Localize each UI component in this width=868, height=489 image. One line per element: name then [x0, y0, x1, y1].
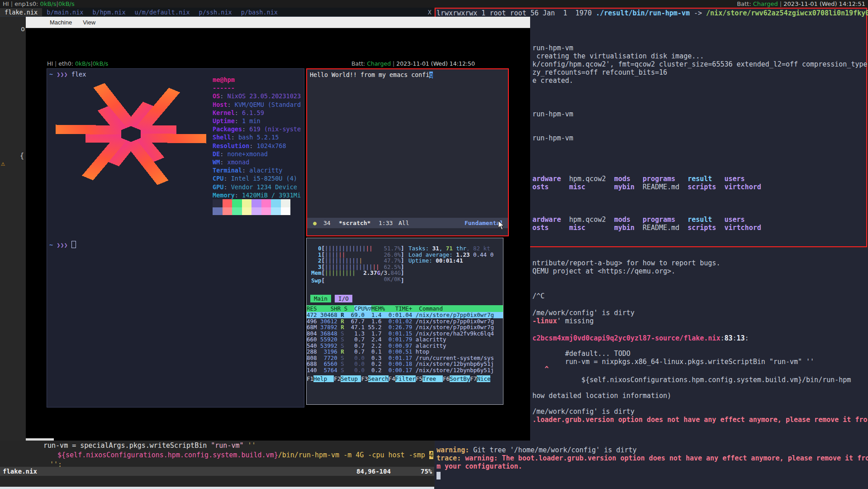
htop-process-row[interactable]: 804 36848 S 1.3 1.7 0:01.15 /nix/store/h… [307, 331, 503, 337]
htop-screen-tabs: MainI/O [310, 295, 356, 302]
host-status-bar: HI | enp1s0: 0kB/s|0kB/s Batt: Charged |… [0, 0, 868, 8]
tab-hpm-nix[interactable]: b/hpm.nix [88, 8, 130, 16]
text-segment [606, 216, 614, 224]
fetch-info-line: Packages: 619 (nix-syste [213, 125, 301, 133]
text-segment: Git tree '/home/me/work/config' is dirty [469, 446, 636, 454]
palette-swatch [232, 207, 242, 216]
text-segment [716, 224, 724, 232]
terminal-line: trace: warning: The boot.loader.grub.ver… [436, 454, 868, 462]
text-segment: result [688, 216, 712, 224]
text-segment: 6.1.59 [238, 109, 264, 116]
fkey-label[interactable]: Search [368, 375, 389, 382]
host-batt-clock: Batt: Charged | 2023-11-01 (Wed) 14:12:5… [737, 0, 865, 7]
htop-process-row[interactable]: 808 7720 S 0.0 0.3 0:01.17 /run/current-… [307, 355, 503, 361]
text-segment: -> [690, 9, 706, 17]
fkey-label[interactable]: SortBy [450, 375, 470, 382]
fetch-info-line: Host: KVM/QEMU (Standard [213, 101, 301, 109]
vm-htop-window[interactable]: 0[||||||||||||||51.7%] 1[||||||26.0%] 2[… [306, 238, 503, 405]
text-segment: 0.44 0 [473, 251, 493, 258]
text-segment [549, 183, 569, 191]
fkey-label[interactable]: Filter [395, 375, 416, 382]
fkey-label[interactable]: Help [313, 375, 334, 382]
fkey-f7[interactable]: F7 [470, 375, 477, 382]
htop-table-header[interactable]: RES SHR S CPU%▽MEM% TIME+ Command [307, 305, 503, 312]
fkey-label[interactable]: Nice [477, 375, 490, 382]
terminal-line: run-vm = nixpkgs.x86_64-linux.pkgs.write… [532, 358, 814, 366]
htop-process-row[interactable]: 660 55920 S 0.7 2.4 0:01.79 alacritty [307, 336, 503, 343]
htop-process-row[interactable]: 540 53992 S 0.7 2.2 0:00.97 alacritty [307, 343, 503, 349]
fkey-f6[interactable]: F6 [443, 375, 450, 382]
bottom-edge-strip [0, 487, 434, 489]
vm-status-bar: HI | eth0: 0kB/s|0kB/s Batt: Charged | 2… [47, 60, 475, 67]
text-segment: 4 [429, 451, 433, 459]
fkey-f2[interactable]: F2 [334, 375, 341, 382]
tab-main-nix[interactable]: b/main.nix [42, 8, 88, 16]
tab-default-nix[interactable]: u/m/default.nix [130, 8, 194, 16]
text-segment: : [242, 125, 246, 133]
text-segment: : [223, 183, 227, 191]
fkey-label[interactable]: Tree [422, 375, 443, 382]
htop-process-table: 472 30468 R 69.0 1.4 0:01.04 /nix/store/… [307, 312, 503, 373]
text-segment: run-vm = nixpkgs.x86_64-linux.pkgs.write… [532, 358, 814, 366]
text-segment: bash 5.2.15 [235, 134, 279, 141]
vim-editor[interactable]: run-vm = specialArgs.pkgs.writeScriptBin… [0, 441, 434, 489]
text-segment: : [231, 134, 235, 141]
menu-view[interactable]: View [83, 19, 95, 26]
modeline-position: 1:33 [379, 218, 393, 228]
menu-machine[interactable]: Machine [50, 19, 72, 26]
fkey-f4[interactable]: F4 [389, 375, 395, 382]
qemu-vm-window[interactable]: Machine View HI | eth0: 0kB/s|0kB/s Batt… [26, 17, 530, 441]
palette-swatch [281, 207, 291, 216]
htop-tab-io[interactable]: I/O [335, 295, 352, 302]
fkey-label[interactable]: Setup [341, 375, 361, 382]
tab-ssh-nix[interactable]: p/ssh.nix [194, 8, 237, 16]
text-segment: mybin [614, 224, 635, 232]
palette-swatch [213, 207, 223, 216]
palette-swatch [251, 207, 261, 216]
text-segment: run-hpm-vm [532, 44, 573, 52]
htop-function-key-bar: F1Help F2Setup F3SearchF4FilterF5Tree F6… [307, 375, 503, 382]
buffer-glyph: o [21, 25, 25, 33]
htop-process-row[interactable]: 496 30612 R 67.7 1.6 0:01.02 /nix/store/… [307, 318, 503, 325]
text-segment: /bin/run-hpm-vm -m 4G -cpu host -smp [278, 451, 429, 459]
fetch-info-line: Resolution: 1024x768 [213, 142, 301, 150]
text-segment [635, 224, 643, 232]
fetch-info-line: Shell: bash 5.2.15 [213, 133, 301, 141]
fkey-f3[interactable]: F3 [361, 375, 368, 382]
htop-process-row[interactable]: 688 6560 S 0.0 0.2 0:00.18 /nix/store/12… [307, 361, 503, 367]
vm-net-status: HI | eth0: 0kB/s|0kB/s [47, 60, 108, 67]
text-segment: [ [322, 277, 325, 284]
htop-tab-main[interactable]: Main [310, 295, 331, 302]
htop-process-row[interactable]: 68M 37892 R 47.1 55.2 0:26.79 /nix/store… [307, 324, 503, 331]
htop-process-row[interactable]: 472 30468 R 69.0 1.4 0:01.04 /nix/store/… [307, 312, 503, 318]
fkey-f1[interactable]: F1 [307, 375, 313, 382]
tab-flake-nix[interactable]: flake.nix [0, 8, 42, 16]
text-segment: Intel i5-8250U (4) [228, 175, 297, 182]
htop-process-row[interactable]: 288 3196 R 0.7 0.1 0:00.51 htop [307, 349, 503, 355]
htop-process-row[interactable]: 140 5764 S 0.0 0.2 0:00.17 /nix/store/12… [307, 367, 503, 374]
vm-terminal-fetch[interactable]: ~ ❯❯❯ flex [47, 68, 304, 408]
tab-bash-nix[interactable]: p/bash.nix [237, 8, 282, 16]
shell-prompt-empty[interactable]: ~ ❯❯❯ [49, 241, 76, 249]
text-segment: ardware [532, 216, 561, 224]
palette-swatch [223, 199, 232, 207]
text-segment: Uptime [213, 117, 235, 125]
text-segment: misc [569, 224, 585, 232]
terminal-line: /^C [532, 292, 545, 300]
desktop: HI | enp1s0: 0kB/s|0kB/s Batt: Charged |… [0, 0, 868, 489]
fetch-info-line: Uptime: 1 min [213, 117, 301, 125]
text-segment: osts [532, 224, 549, 232]
fkey-f5[interactable]: F5 [416, 375, 422, 382]
terminal-line: run-hpm-vm [532, 44, 573, 52]
text-segment [675, 175, 688, 183]
tabline-close-icon[interactable]: X [428, 9, 432, 16]
text-segment: "run-vm" [211, 441, 243, 450]
text-segment: misc [569, 183, 585, 191]
text-segment: none+xmonad [223, 150, 268, 158]
vm-emacs-window[interactable]: Hello World!! from my emacs config ● 34 … [306, 68, 509, 236]
text-segment: hpm.qcow2 [569, 216, 606, 224]
palette-swatch [281, 199, 291, 207]
text-segment: m your configuration. [436, 462, 522, 470]
text-segment: README.md [643, 224, 679, 232]
text-segment [631, 175, 643, 183]
